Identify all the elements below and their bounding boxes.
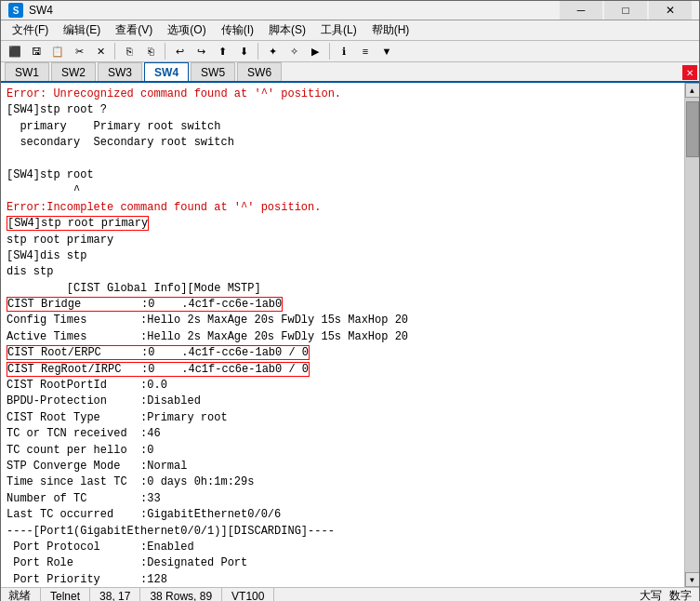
close-button[interactable]: ✕ [649,1,692,20]
terminal-line-18: CIST RootPortId :0.0 [7,379,167,392]
terminal-line-29: Port Role :Designated Port [7,556,247,569]
toolbar-btn-15[interactable]: ℹ [334,41,354,61]
menu-edit[interactable]: 编辑(E) [56,20,108,40]
status-bar: 就绪 Telnet 38, 17 38 Rows, 89 VT100 大写 数字 [1,587,699,601]
tab-sw3[interactable]: SW3 [98,62,142,81]
terminal-line-10: [SW4]dis stp [7,249,86,262]
menu-tools[interactable]: 工具(L) [313,20,364,40]
status-num: 数字 [669,588,692,601]
status-terminal-type: VT100 [222,588,274,601]
status-right: 大写 数字 [640,588,692,601]
status-state: 就绪 [8,588,41,601]
toolbar: ⬛ 🖫 📋 ✂ ✕ ⎘ ⎗ ↩ ↪ ⬆ ⬇ ✦ ✧ ▶ ℹ ≡ ▼ [1,41,699,62]
menu-help[interactable]: 帮助(H) [364,20,417,40]
terminal-line-15: Active Times :Hello 2s MaxAge 20s FwDly … [7,330,408,343]
terminal-line-20: CIST Root Type :Primary root [7,411,228,424]
status-caps: 大写 [640,588,662,601]
app-window: S SW4 ─ □ ✕ 文件(F) 编辑(E) 查看(V) 选项(O) 传输(I… [0,0,700,601]
minimize-button[interactable]: ─ [560,1,602,20]
toolbar-btn-11[interactable]: ⬇ [233,41,254,61]
menu-transfer[interactable]: 传输(I) [214,20,261,40]
menu-view[interactable]: 查看(V) [108,20,160,40]
title-bar: S SW4 ─ □ ✕ [1,1,699,20]
tab-sw1[interactable]: SW1 [5,62,49,81]
toolbar-btn-8[interactable]: ↩ [169,41,190,61]
tab-bar: SW1 SW2 SW3 SW4 SW5 SW6 ✕ [1,62,699,83]
scrollbar: ▲ ▼ [684,83,699,587]
terminal-line-9: stp root primary [7,234,113,247]
terminal-line-14: Config Times :Hello 2s MaxAge 20s FwDly … [7,314,408,327]
title-bar-text: SW4 [29,4,560,17]
menu-bar: 文件(F) 编辑(E) 查看(V) 选项(O) 传输(I) 脚本(S) 工具(L… [1,20,699,41]
status-position: 38, 17 [90,588,140,601]
toolbar-btn-12[interactable]: ✦ [262,41,283,61]
terminal-line-13: CIST Bridge :0 .4c1f-cc6e-1ab0 [7,297,283,312]
title-bar-buttons: ─ □ ✕ [560,1,692,20]
main-layout: Error: Unrecognized command found at '^'… [1,83,699,587]
tab-sw4[interactable]: SW4 [144,62,189,81]
toolbar-sep-3 [258,43,258,60]
terminal-line-25: Number of TC :33 [7,492,161,505]
terminal-line-0: Error: Unrecognized command found at '^'… [7,87,341,100]
status-protocol: Telnet [41,588,90,601]
toolbar-sep-1 [114,43,115,60]
terminal-container: Error: Unrecognized command found at '^'… [1,83,699,587]
terminal-line-17: CIST RegRoot/IRPC :0 .4c1f-cc6e-1ab0 / 0 [7,362,310,377]
toolbar-btn-4[interactable]: ✂ [69,41,89,61]
terminal-line-1: [SW4]stp root ? [7,103,107,116]
terminal-line-6: ^ [7,184,80,197]
terminal-line-21: TC or TCN received :46 [7,427,161,440]
app-icon: S [8,3,23,18]
toolbar-btn-10[interactable]: ⬆ [212,41,232,61]
tab-close-button[interactable]: ✕ [682,65,697,80]
terminal-line-30: Port Priority :128 [7,573,167,586]
scrollbar-track[interactable] [685,98,699,572]
toolbar-sep-2 [165,43,165,60]
scrollbar-down[interactable]: ▼ [685,572,700,587]
menu-options[interactable]: 选项(O) [160,20,213,40]
terminal-line-27: ----[Port1(GigabitEthernet0/0/1)][DISCAR… [7,525,335,538]
toolbar-btn-5[interactable]: ✕ [90,41,111,61]
toolbar-btn-14[interactable]: ▶ [305,41,325,61]
menu-script[interactable]: 脚本(S) [261,20,313,40]
maximize-button[interactable]: □ [604,1,647,20]
terminal-line-3: secondary Secondary root switch [7,136,234,149]
terminal-line-22: TC count per hello :0 [7,444,153,457]
terminal-line-23: STP Converge Mode :Normal [7,460,187,473]
toolbar-btn-3[interactable]: 📋 [47,41,68,61]
terminal-line-19: BPDU-Protection :Disabled [7,394,201,407]
terminal-line-26: Last TC occurred :GigabitEthernet0/0/6 [7,508,281,521]
toolbar-btn-9[interactable]: ↪ [191,41,211,61]
toolbar-sep-4 [329,43,330,60]
menu-file[interactable]: 文件(F) [5,20,56,40]
toolbar-btn-1[interactable]: ⬛ [5,41,25,61]
toolbar-btn-7[interactable]: ⎗ [140,41,161,61]
toolbar-btn-2[interactable]: 🖫 [26,41,46,61]
terminal-line-7: Error:Incomplete command found at '^' po… [7,201,321,214]
toolbar-btn-6[interactable]: ⎘ [119,41,139,61]
terminal-line-11: dis stp [7,265,53,278]
scrollbar-thumb[interactable] [686,101,699,157]
tab-sw5[interactable]: SW5 [191,62,235,81]
terminal-line-16: CIST Root/ERPC :0 .4c1f-cc6e-1ab0 / 0 [7,345,310,360]
terminal-line-5: [SW4]stp root [7,168,94,181]
terminal-line-12: [CIST Global Info][Mode MSTP] [7,282,261,295]
terminal-line-24: Time since last TC :0 days 0h:1m:29s [7,475,254,488]
terminal-line-8: [SW4]stp root primary [7,216,149,231]
terminal-line-2: primary Primary root switch [7,120,220,133]
tab-sw2[interactable]: SW2 [51,62,96,81]
toolbar-btn-16[interactable]: ≡ [355,41,376,61]
terminal-line-28: Port Protocol :Enabled [7,541,194,554]
terminal-content[interactable]: Error: Unrecognized command found at '^'… [1,83,684,587]
toolbar-btn-13[interactable]: ✧ [284,41,304,61]
toolbar-btn-dropdown[interactable]: ▼ [376,41,397,61]
tab-sw6[interactable]: SW6 [237,62,282,81]
status-rows-cols: 38 Rows, 89 [140,588,222,601]
scrollbar-up[interactable]: ▲ [685,83,700,98]
